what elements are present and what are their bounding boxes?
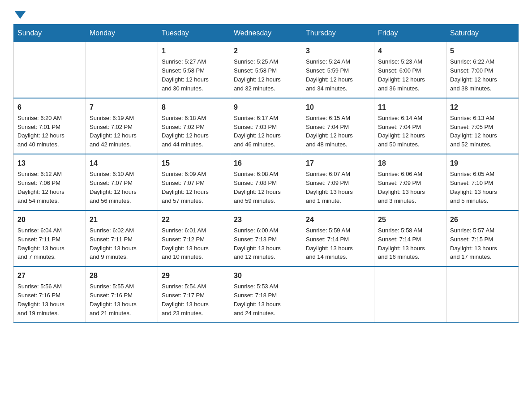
calendar-table: SundayMondayTuesdayWednesdayThursdayFrid… bbox=[13, 24, 519, 323]
day-info: Sunrise: 6:12 AM Sunset: 7:06 PM Dayligh… bbox=[17, 171, 64, 204]
calendar-cell: 10Sunrise: 6:15 AM Sunset: 7:04 PM Dayli… bbox=[302, 98, 374, 154]
day-number: 15 bbox=[162, 158, 226, 168]
calendar-cell bbox=[302, 266, 374, 323]
day-info: Sunrise: 5:58 AM Sunset: 7:14 PM Dayligh… bbox=[378, 227, 425, 261]
calendar-week-row: 1Sunrise: 5:27 AM Sunset: 5:58 PM Daylig… bbox=[14, 42, 519, 98]
day-number: 5 bbox=[450, 46, 515, 56]
day-info: Sunrise: 5:59 AM Sunset: 7:14 PM Dayligh… bbox=[306, 227, 353, 261]
calendar-cell: 15Sunrise: 6:09 AM Sunset: 7:07 PM Dayli… bbox=[158, 154, 230, 210]
day-info: Sunrise: 6:05 AM Sunset: 7:10 PM Dayligh… bbox=[450, 171, 497, 204]
day-number: 9 bbox=[234, 102, 298, 112]
calendar-cell: 25Sunrise: 5:58 AM Sunset: 7:14 PM Dayli… bbox=[374, 210, 446, 267]
day-info: Sunrise: 6:18 AM Sunset: 7:02 PM Dayligh… bbox=[162, 115, 209, 148]
calendar-cell: 6Sunrise: 6:20 AM Sunset: 7:01 PM Daylig… bbox=[14, 98, 86, 154]
calendar-cell: 16Sunrise: 6:08 AM Sunset: 7:08 PM Dayli… bbox=[230, 154, 302, 210]
day-number: 29 bbox=[162, 270, 226, 281]
calendar-week-row: 20Sunrise: 6:04 AM Sunset: 7:11 PM Dayli… bbox=[14, 210, 519, 267]
calendar-week-row: 6Sunrise: 6:20 AM Sunset: 7:01 PM Daylig… bbox=[14, 98, 519, 154]
day-number: 6 bbox=[17, 102, 82, 112]
calendar-week-row: 13Sunrise: 6:12 AM Sunset: 7:06 PM Dayli… bbox=[14, 154, 519, 210]
calendar-cell: 5Sunrise: 6:22 AM Sunset: 7:00 PM Daylig… bbox=[446, 42, 519, 98]
weekday-header-sunday: Sunday bbox=[14, 25, 86, 42]
day-number: 13 bbox=[17, 158, 82, 168]
logo-triangle-icon bbox=[14, 11, 26, 19]
calendar-cell bbox=[14, 42, 86, 98]
weekday-header-friday: Friday bbox=[374, 25, 446, 42]
weekday-header-tuesday: Tuesday bbox=[158, 25, 230, 42]
day-number: 27 bbox=[17, 270, 82, 281]
calendar-cell: 19Sunrise: 6:05 AM Sunset: 7:10 PM Dayli… bbox=[446, 154, 519, 210]
day-number: 2 bbox=[234, 46, 298, 56]
calendar-cell bbox=[446, 266, 519, 323]
day-number: 16 bbox=[234, 158, 298, 168]
calendar-cell: 13Sunrise: 6:12 AM Sunset: 7:06 PM Dayli… bbox=[14, 154, 86, 210]
day-info: Sunrise: 5:24 AM Sunset: 5:59 PM Dayligh… bbox=[306, 58, 353, 92]
calendar-cell: 1Sunrise: 5:27 AM Sunset: 5:58 PM Daylig… bbox=[158, 42, 230, 98]
calendar-cell: 12Sunrise: 6:13 AM Sunset: 7:05 PM Dayli… bbox=[446, 98, 519, 154]
day-info: Sunrise: 6:00 AM Sunset: 7:13 PM Dayligh… bbox=[234, 227, 281, 261]
calendar-cell: 3Sunrise: 5:24 AM Sunset: 5:59 PM Daylig… bbox=[302, 42, 374, 98]
day-info: Sunrise: 6:02 AM Sunset: 7:11 PM Dayligh… bbox=[90, 227, 137, 261]
day-info: Sunrise: 5:25 AM Sunset: 5:58 PM Dayligh… bbox=[234, 58, 281, 92]
calendar-cell: 18Sunrise: 6:06 AM Sunset: 7:09 PM Dayli… bbox=[374, 154, 446, 210]
day-number: 8 bbox=[162, 102, 226, 112]
logo bbox=[13, 9, 27, 16]
day-number: 26 bbox=[450, 214, 515, 225]
day-number: 20 bbox=[17, 214, 82, 225]
day-number: 11 bbox=[378, 102, 442, 112]
calendar-cell: 17Sunrise: 6:07 AM Sunset: 7:09 PM Dayli… bbox=[302, 154, 374, 210]
day-number: 3 bbox=[306, 46, 370, 56]
calendar-cell: 28Sunrise: 5:55 AM Sunset: 7:16 PM Dayli… bbox=[86, 266, 158, 323]
calendar-cell: 2Sunrise: 5:25 AM Sunset: 5:58 PM Daylig… bbox=[230, 42, 302, 98]
calendar-cell: 24Sunrise: 5:59 AM Sunset: 7:14 PM Dayli… bbox=[302, 210, 374, 267]
day-number: 25 bbox=[378, 214, 442, 225]
calendar-cell bbox=[374, 266, 446, 323]
calendar-cell: 8Sunrise: 6:18 AM Sunset: 7:02 PM Daylig… bbox=[158, 98, 230, 154]
calendar-cell: 29Sunrise: 5:54 AM Sunset: 7:17 PM Dayli… bbox=[158, 266, 230, 323]
calendar-cell: 7Sunrise: 6:19 AM Sunset: 7:02 PM Daylig… bbox=[86, 98, 158, 154]
weekday-header-saturday: Saturday bbox=[446, 25, 519, 42]
day-info: Sunrise: 5:56 AM Sunset: 7:16 PM Dayligh… bbox=[17, 283, 64, 317]
calendar-week-row: 27Sunrise: 5:56 AM Sunset: 7:16 PM Dayli… bbox=[14, 266, 519, 323]
calendar-cell: 22Sunrise: 6:01 AM Sunset: 7:12 PM Dayli… bbox=[158, 210, 230, 267]
calendar-cell: 11Sunrise: 6:14 AM Sunset: 7:04 PM Dayli… bbox=[374, 98, 446, 154]
day-info: Sunrise: 6:07 AM Sunset: 7:09 PM Dayligh… bbox=[306, 171, 353, 204]
day-info: Sunrise: 6:08 AM Sunset: 7:08 PM Dayligh… bbox=[234, 171, 281, 204]
weekday-header-thursday: Thursday bbox=[302, 25, 374, 42]
calendar-cell: 30Sunrise: 5:53 AM Sunset: 7:18 PM Dayli… bbox=[230, 266, 302, 323]
page-header bbox=[13, 9, 519, 16]
calendar-cell: 20Sunrise: 6:04 AM Sunset: 7:11 PM Dayli… bbox=[14, 210, 86, 267]
day-number: 28 bbox=[90, 270, 154, 281]
day-number: 23 bbox=[234, 214, 298, 225]
day-info: Sunrise: 6:01 AM Sunset: 7:12 PM Dayligh… bbox=[162, 227, 209, 261]
day-info: Sunrise: 6:15 AM Sunset: 7:04 PM Dayligh… bbox=[306, 115, 353, 148]
day-info: Sunrise: 6:09 AM Sunset: 7:07 PM Dayligh… bbox=[162, 171, 209, 204]
day-info: Sunrise: 6:04 AM Sunset: 7:11 PM Dayligh… bbox=[17, 227, 64, 261]
day-info: Sunrise: 5:27 AM Sunset: 5:58 PM Dayligh… bbox=[162, 58, 209, 92]
weekday-header-monday: Monday bbox=[86, 25, 158, 42]
weekday-header-row: SundayMondayTuesdayWednesdayThursdayFrid… bbox=[14, 25, 519, 42]
day-number: 7 bbox=[90, 102, 154, 112]
day-number: 30 bbox=[234, 270, 298, 281]
calendar-cell: 4Sunrise: 5:23 AM Sunset: 6:00 PM Daylig… bbox=[374, 42, 446, 98]
calendar-cell: 21Sunrise: 6:02 AM Sunset: 7:11 PM Dayli… bbox=[86, 210, 158, 267]
calendar-cell bbox=[86, 42, 158, 98]
day-info: Sunrise: 6:13 AM Sunset: 7:05 PM Dayligh… bbox=[450, 115, 497, 148]
day-number: 21 bbox=[90, 214, 154, 225]
day-info: Sunrise: 6:06 AM Sunset: 7:09 PM Dayligh… bbox=[378, 171, 425, 204]
day-number: 12 bbox=[450, 102, 515, 112]
day-number: 24 bbox=[306, 214, 370, 225]
day-info: Sunrise: 5:57 AM Sunset: 7:15 PM Dayligh… bbox=[450, 227, 497, 261]
day-info: Sunrise: 6:19 AM Sunset: 7:02 PM Dayligh… bbox=[90, 115, 137, 148]
day-info: Sunrise: 6:17 AM Sunset: 7:03 PM Dayligh… bbox=[234, 115, 281, 148]
day-number: 1 bbox=[162, 46, 226, 56]
day-info: Sunrise: 6:14 AM Sunset: 7:04 PM Dayligh… bbox=[378, 115, 425, 148]
calendar-cell: 27Sunrise: 5:56 AM Sunset: 7:16 PM Dayli… bbox=[14, 266, 86, 323]
day-info: Sunrise: 5:55 AM Sunset: 7:16 PM Dayligh… bbox=[90, 283, 137, 317]
day-number: 19 bbox=[450, 158, 515, 168]
calendar-cell: 26Sunrise: 5:57 AM Sunset: 7:15 PM Dayli… bbox=[446, 210, 519, 267]
day-info: Sunrise: 6:10 AM Sunset: 7:07 PM Dayligh… bbox=[90, 171, 137, 204]
day-info: Sunrise: 6:20 AM Sunset: 7:01 PM Dayligh… bbox=[17, 115, 64, 148]
calendar-cell: 23Sunrise: 6:00 AM Sunset: 7:13 PM Dayli… bbox=[230, 210, 302, 267]
calendar-cell: 9Sunrise: 6:17 AM Sunset: 7:03 PM Daylig… bbox=[230, 98, 302, 154]
